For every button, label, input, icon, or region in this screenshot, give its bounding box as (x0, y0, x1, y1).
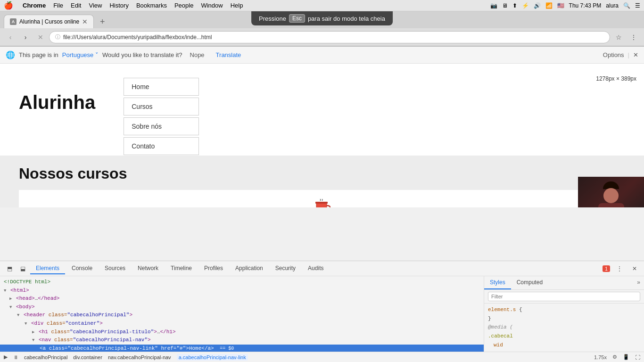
devtools-more-icon[interactable]: ⋮ (614, 263, 625, 274)
wifi-icon[interactable]: 📶 (545, 2, 553, 9)
translate-close-button[interactable]: ✕ (633, 51, 638, 58)
body-triangle[interactable] (9, 304, 12, 311)
devtools-tab-network[interactable]: Network (132, 263, 164, 274)
upload-icon[interactable]: ⬆ (512, 2, 517, 9)
devtools-breadcrumb-div[interactable]: div.container (73, 354, 102, 360)
nav-triangle[interactable] (32, 337, 34, 344)
nav-link-sobre[interactable]: Sobre nós (124, 117, 199, 135)
java-course-item[interactable]: Java (314, 199, 330, 207)
code-header[interactable]: <header class="cabecalhoPrincipal"> (0, 311, 484, 320)
head-triangle[interactable] (9, 296, 12, 302)
devtools-tab-audits[interactable]: Audits (302, 263, 329, 274)
devtools-breadcrumb-cabeca[interactable]: cabecalhoPrincipal (24, 354, 67, 360)
apple-menu[interactable]: 🍎 (4, 1, 13, 10)
menubar-file[interactable]: File (53, 2, 63, 9)
code-doctype[interactable]: <!DOCTYPE html> (0, 278, 484, 287)
devtools-error-badge[interactable]: 1 (603, 265, 610, 272)
back-button[interactable]: ‹ (4, 31, 17, 44)
nope-button[interactable]: Nope (186, 49, 208, 60)
code-nav[interactable]: <nav class="cabecalhoPrincipal-nav"> (0, 336, 484, 345)
head-tag: <head> (16, 296, 35, 301)
video-person (578, 177, 644, 207)
devtools-close-button[interactable]: ✕ (629, 263, 640, 274)
code-head[interactable]: <head>…</head> (0, 295, 484, 303)
header-class-attr: class= (49, 312, 67, 318)
nav-link-cursos[interactable]: Cursos (124, 98, 199, 115)
devtools-tab-timeline[interactable]: Timeline (165, 263, 198, 274)
devtools-right-icons: 1 ⋮ ✕ (603, 263, 640, 274)
browser-tab[interactable]: A Alurinha | Cursos online ✕ (4, 15, 94, 28)
toolbar-right: ☆ ⋮ (612, 31, 640, 44)
bookmark-star-icon[interactable]: ☆ (612, 31, 625, 44)
new-tab-button[interactable]: + (96, 15, 109, 28)
translate-button[interactable]: Translate (212, 49, 245, 60)
code-h1[interactable]: <h1 class="cabecalhoPrincipal-titulo">…<… (0, 328, 484, 337)
forward-button[interactable]: › (19, 31, 32, 44)
code-div-container[interactable]: <div class="container"> (0, 320, 484, 328)
devtools-tab-security[interactable]: Security (270, 263, 301, 274)
menubar-view[interactable]: View (89, 2, 102, 9)
network-icon[interactable]: ⚡ (522, 2, 529, 9)
translate-language-button[interactable]: Portuguese ˅ (62, 51, 99, 58)
translate-bar-right: Options | ✕ (603, 51, 638, 58)
devtools-main: <!DOCTYPE html> <html> <head>…</head> <b… (0, 276, 644, 362)
lock-icon: ⓘ (55, 33, 60, 41)
devtools-breadcrumb-nav[interactable]: nav.cabecalhoPrincipal-nav (108, 354, 171, 360)
address-bar[interactable]: ⓘ file:///Users/alura/Documents/yuripadi… (49, 31, 610, 43)
devtools-tab-console[interactable]: Console (66, 263, 98, 274)
devtools-fullscreen-icon[interactable]: ⛶ (635, 354, 640, 360)
devtools-settings-icon[interactable]: ⚙ (612, 354, 617, 360)
camera-icon[interactable]: 📷 (490, 2, 497, 9)
volume-icon[interactable]: 🔊 (534, 2, 541, 9)
devtools-device-icon[interactable]: 📱 (623, 354, 629, 360)
menu-icon[interactable]: ⋮ (627, 31, 640, 44)
menubar-people[interactable]: People (174, 2, 193, 9)
nav-link-contato[interactable]: Contato (124, 137, 199, 155)
h1-triangle[interactable] (32, 329, 34, 336)
translate-icon: 🌐 (6, 50, 15, 59)
devtools-tab-application[interactable]: Application (230, 263, 269, 274)
list-icon[interactable]: ☰ (635, 2, 640, 9)
devtools-play-button[interactable]: ▶ (4, 354, 8, 360)
flag-icon[interactable]: 🇺🇸 (557, 2, 564, 9)
screen-icon[interactable]: 🖥 (502, 2, 508, 9)
devtools-styles-tab[interactable]: Styles (484, 276, 511, 289)
menubar-history[interactable]: History (109, 2, 128, 9)
devtools-undock-icon[interactable]: ⬓ (17, 263, 28, 274)
fullscreen-text-after: para sair do modo tela cheia (308, 15, 385, 22)
tab-close-button[interactable]: ✕ (82, 18, 88, 25)
code-html[interactable]: <html> (0, 287, 484, 295)
html-triangle[interactable] (4, 288, 6, 294)
devtools-more-tabs-button[interactable]: » (633, 276, 644, 289)
devtools-dock-icon[interactable]: ⬒ (4, 263, 15, 274)
menubar-help[interactable]: Help (231, 2, 243, 9)
address-text: file:///Users/alura/Documents/yuripadilh… (63, 34, 604, 41)
translate-label: This page is in (19, 51, 58, 58)
translate-options-button[interactable]: Options (603, 51, 624, 58)
devtools-tab-profiles[interactable]: Profiles (198, 263, 229, 274)
style-cabeca-rule: .cabecal (488, 332, 640, 341)
nav-link-home[interactable]: Home (124, 78, 199, 96)
devtools-breadcrumb-a[interactable]: a.cabecalhoPrincipal-nav-link (177, 354, 248, 361)
devtools-pause-button[interactable]: ⏸ (13, 354, 18, 360)
devtools-right-tabs: Styles Computed » (484, 276, 644, 290)
menubar-chrome[interactable]: Chrome (23, 2, 46, 9)
styles-filter-input[interactable] (488, 292, 640, 301)
devtools-computed-tab[interactable]: Computed (511, 276, 548, 289)
menubar-bookmarks[interactable]: Bookmarks (136, 2, 167, 9)
menubar-edit[interactable]: Edit (71, 2, 81, 9)
reload-button[interactable]: ✕ (34, 31, 47, 44)
esc-key-badge: Esc (289, 14, 305, 23)
menubar-window[interactable]: Window (201, 2, 223, 9)
header-class-val: "cabecalhoPrincipal" (67, 312, 129, 318)
body-tag: <body> (16, 304, 35, 310)
search-icon[interactable]: 🔍 (623, 2, 630, 9)
header-triangle[interactable] (17, 312, 19, 319)
devtools-tabs: Elements Console Sources Network Timelin… (30, 263, 601, 274)
div-triangle[interactable] (25, 321, 27, 327)
devtools-tab-elements[interactable]: Elements (30, 263, 65, 274)
fullscreen-text-before: Pressione (259, 15, 286, 22)
devtools-filter: .cls + (484, 290, 644, 304)
devtools-tab-sources[interactable]: Sources (99, 263, 131, 274)
code-body[interactable]: <body> (0, 303, 484, 312)
